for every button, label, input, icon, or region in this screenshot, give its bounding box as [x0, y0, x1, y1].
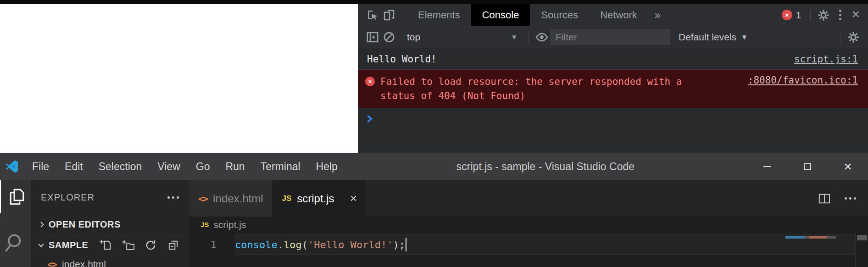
- vscode-logo-icon: [6, 160, 18, 173]
- editor-tabbar: <> index.html JS script.js ×: [189, 180, 868, 217]
- menu-help[interactable]: Help: [310, 161, 344, 173]
- error-badge-icon: ×: [782, 10, 792, 20]
- menu-run[interactable]: Run: [219, 161, 251, 173]
- minimap[interactable]: [784, 233, 855, 267]
- devtools-close-icon[interactable]: ×: [849, 6, 868, 24]
- window-title: script.js - sample - Visual Studio Code: [344, 161, 747, 173]
- open-editors-section[interactable]: OPEN EDITORS: [31, 214, 189, 235]
- console-source-link[interactable]: script.js:1: [794, 54, 858, 65]
- text-cursor: [406, 238, 406, 251]
- tab-index-html[interactable]: <> index.html: [189, 180, 273, 217]
- vscode-titlebar[interactable]: File Edit Selection View Go Run Terminal…: [0, 153, 868, 180]
- tab-sources[interactable]: Sources: [530, 4, 589, 26]
- js-file-icon: JS: [282, 194, 291, 203]
- menu-go[interactable]: Go: [189, 161, 217, 173]
- search-activity-button[interactable]: [0, 226, 31, 259]
- code-token: 'Hello World!': [308, 239, 393, 250]
- collapse-all-icon[interactable]: [167, 239, 179, 251]
- context-selector[interactable]: top ▼: [407, 32, 524, 43]
- window-controls: ×: [747, 153, 868, 180]
- menu-terminal[interactable]: Terminal: [254, 161, 307, 173]
- menu-edit[interactable]: Edit: [58, 161, 89, 173]
- split-editor-icon[interactable]: [818, 192, 831, 205]
- log-levels-dropdown[interactable]: Default levels ▼: [679, 32, 748, 43]
- divider: [402, 9, 402, 21]
- devtools-menu-icon[interactable]: [832, 10, 849, 20]
- console-log-text: Hello World!: [367, 54, 437, 65]
- device-toolbar-icon[interactable]: [381, 7, 397, 23]
- console-error-text: Failed to load resource: the server resp…: [380, 75, 701, 103]
- html-file-icon: <>: [198, 193, 207, 204]
- menu-view[interactable]: View: [151, 161, 186, 173]
- breadcrumb-file: script.js: [213, 219, 246, 230]
- line-number: 1: [189, 239, 235, 250]
- console-error-row: × Failed to load resource: the server re…: [358, 70, 868, 108]
- console-messages: Hello World! script.js:1 × Failed to loa…: [358, 48, 868, 123]
- inspect-element-icon[interactable]: [364, 7, 381, 23]
- files-icon: [6, 187, 26, 206]
- explorer-title: EXPLORER: [41, 192, 95, 203]
- devtools-tabbar: Elements Console Sources Network » × 1 ×: [358, 4, 868, 26]
- console-prompt[interactable]: [358, 108, 868, 123]
- explorer-more-icon[interactable]: [167, 196, 179, 199]
- editor-scrollbar[interactable]: [855, 233, 868, 267]
- menu-selection[interactable]: Selection: [92, 161, 149, 173]
- minimap-code-line: [785, 236, 836, 239]
- error-badge[interactable]: × 1: [782, 10, 801, 21]
- prompt-chevron-icon: [366, 115, 374, 123]
- maximize-button[interactable]: [787, 153, 828, 180]
- close-button[interactable]: ×: [828, 153, 868, 180]
- maximize-icon: [804, 163, 811, 170]
- scrollbar-thumb[interactable]: [857, 235, 867, 240]
- html-file-icon: <>: [47, 259, 56, 267]
- folder-name: SAMPLE: [49, 240, 88, 250]
- refresh-icon[interactable]: [145, 239, 157, 251]
- console-toolbar: top ▼ Default levels ▼: [358, 26, 868, 48]
- minimize-icon: [763, 166, 771, 167]
- divider: [810, 9, 811, 21]
- folder-section[interactable]: SAMPLE: [31, 235, 189, 255]
- new-file-icon[interactable]: [99, 239, 111, 251]
- explorer-activity-button[interactable]: [0, 180, 31, 213]
- editor-more-icon[interactable]: [845, 197, 856, 200]
- chevron-down-icon: ▼: [741, 33, 748, 41]
- explorer-sidebar: EXPLORER OPEN EDITORS SAMPLE: [31, 180, 189, 267]
- console-settings-gear-icon[interactable]: [845, 29, 862, 45]
- devtools-panel: Elements Console Sources Network » × 1 ×: [358, 4, 868, 153]
- clear-console-icon[interactable]: [381, 29, 397, 45]
- close-icon: ×: [844, 160, 852, 173]
- tab-script-js[interactable]: JS script.js ×: [273, 180, 366, 217]
- tab-label: script.js: [297, 192, 334, 205]
- code-line-1[interactable]: 1 console.log('Hello World!');: [189, 234, 868, 255]
- explorer-header: EXPLORER: [31, 180, 189, 214]
- open-editors-label: OPEN EDITORS: [49, 219, 121, 230]
- code-token: .: [278, 239, 284, 250]
- console-sidebar-icon[interactable]: [364, 29, 381, 45]
- breadcrumb[interactable]: JS script.js: [189, 217, 868, 233]
- new-folder-icon[interactable]: [122, 239, 134, 251]
- code-token: console: [235, 239, 278, 250]
- tab-network[interactable]: Network: [589, 4, 648, 26]
- browser-viewport[interactable]: [0, 4, 358, 153]
- error-badge-count: 1: [796, 10, 801, 21]
- code-editor[interactable]: 1 console.log('Hello World!');: [189, 233, 868, 267]
- minimize-button[interactable]: [747, 153, 787, 180]
- editor-group: <> index.html JS script.js ×: [189, 180, 868, 267]
- editor-actions: [818, 180, 868, 217]
- eye-icon[interactable]: [534, 29, 550, 45]
- js-file-icon: JS: [200, 221, 209, 228]
- more-tabs-icon[interactable]: »: [648, 9, 667, 22]
- chevron-down-icon: [38, 241, 44, 247]
- settings-gear-icon[interactable]: [815, 7, 832, 23]
- tab-console[interactable]: Console: [471, 4, 530, 26]
- divider: [840, 31, 840, 43]
- tab-close-icon[interactable]: ×: [350, 191, 357, 206]
- filter-input[interactable]: [550, 29, 670, 45]
- activity-bar: [0, 180, 31, 267]
- error-icon: ×: [365, 77, 375, 86]
- code-token: log: [284, 239, 302, 250]
- file-item-index-html[interactable]: <> index.html: [31, 255, 189, 267]
- menu-file[interactable]: File: [26, 161, 56, 173]
- tab-elements[interactable]: Elements: [407, 4, 471, 26]
- error-source-link[interactable]: :8080/favicon.ico:1: [748, 75, 858, 86]
